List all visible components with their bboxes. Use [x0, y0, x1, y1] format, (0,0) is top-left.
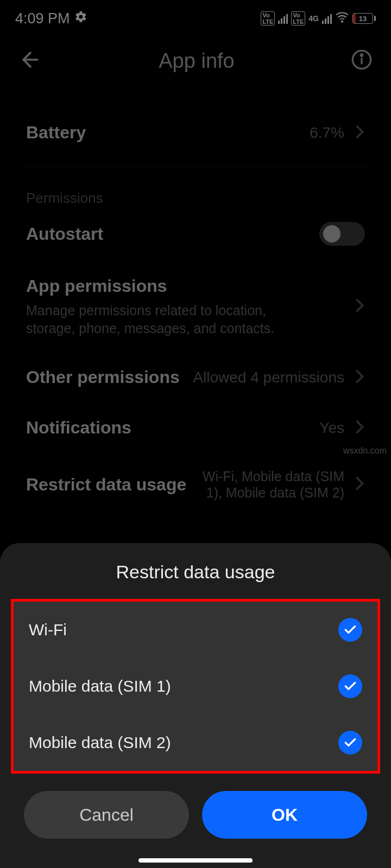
- row-battery[interactable]: Battery 6.7%: [26, 79, 365, 158]
- watermark: wsxdn.com: [343, 446, 387, 456]
- check-icon[interactable]: [338, 674, 362, 698]
- app-header: App info: [0, 31, 391, 79]
- status-right: VoLTE VoLTE 4G 13: [261, 10, 376, 28]
- chevron-right-icon: [354, 419, 365, 437]
- option-label: Wi-Fi: [29, 621, 67, 639]
- notifications-label: Notifications: [26, 418, 131, 438]
- home-indicator[interactable]: [138, 858, 253, 863]
- permissions-section-label: Permissions: [26, 167, 365, 207]
- chevron-right-icon: [354, 297, 365, 316]
- check-icon[interactable]: [338, 731, 362, 755]
- option-label: Mobile data (SIM 2): [29, 733, 171, 752]
- app-permissions-sub: Manage permissions related to location, …: [26, 302, 308, 337]
- row-autostart[interactable]: Autostart: [26, 207, 365, 261]
- signal1-icon: [278, 13, 288, 24]
- chevron-right-icon: [354, 475, 365, 494]
- restrict-value: Wi-Fi, Mobile data (SIM 1), Mobile data …: [187, 468, 344, 501]
- status-left: 4:09 PM: [15, 10, 87, 27]
- svg-point-3: [361, 54, 362, 56]
- volte2-icon: VoLTE: [291, 11, 305, 25]
- info-button[interactable]: [351, 49, 373, 73]
- row-other-permissions[interactable]: Other permissions Allowed 4 permissions: [26, 352, 365, 403]
- dialog-title: Restrict data usage: [0, 561, 391, 599]
- cancel-label: Cancel: [79, 805, 134, 825]
- option-sim2[interactable]: Mobile data (SIM 2): [14, 714, 377, 771]
- restrict-data-dialog: Restrict data usage Wi-Fi Mobile data (S…: [0, 543, 391, 868]
- chevron-right-icon: [354, 124, 365, 142]
- row-notifications[interactable]: Notifications Yes: [26, 403, 365, 453]
- row-restrict-data[interactable]: Restrict data usage Wi-Fi, Mobile data (…: [26, 453, 365, 516]
- chevron-right-icon: [354, 368, 365, 387]
- status-bar: 4:09 PM VoLTE VoLTE 4G 13: [0, 0, 391, 31]
- battery-percent: 13: [353, 15, 373, 23]
- status-time: 4:09 PM: [15, 10, 70, 27]
- option-sim1[interactable]: Mobile data (SIM 1): [14, 658, 377, 714]
- notifications-value: Yes: [319, 419, 344, 437]
- ok-label: OK: [272, 805, 298, 825]
- svg-point-0: [342, 21, 343, 22]
- battery-value: 6.7%: [310, 124, 344, 142]
- restrict-label: Restrict data usage: [26, 475, 186, 495]
- row-app-permissions[interactable]: App permissions Manage permissions relat…: [26, 261, 365, 352]
- option-label: Mobile data (SIM 1): [29, 677, 171, 695]
- battery-icon: 13: [352, 13, 376, 24]
- autostart-label: Autostart: [26, 224, 103, 244]
- ok-button[interactable]: OK: [202, 791, 367, 839]
- page-title: App info: [159, 49, 234, 73]
- back-button[interactable]: [18, 48, 42, 74]
- cancel-button[interactable]: Cancel: [24, 791, 189, 839]
- dialog-buttons: Cancel OK: [0, 774, 391, 839]
- network-type: 4G: [308, 14, 319, 23]
- other-permissions-label: Other permissions: [26, 367, 180, 387]
- autostart-toggle[interactable]: [319, 222, 365, 246]
- option-wifi[interactable]: Wi-Fi: [14, 602, 377, 658]
- dialog-options: Wi-Fi Mobile data (SIM 1) Mobile data (S…: [11, 599, 380, 774]
- app-permissions-label: App permissions: [26, 276, 308, 296]
- battery-label: Battery: [26, 123, 86, 143]
- volte1-icon: VoLTE: [261, 11, 275, 25]
- other-permissions-value: Allowed 4 permissions: [193, 369, 344, 386]
- gear-icon: [74, 10, 87, 27]
- signal2-icon: [322, 13, 332, 24]
- wifi-icon: [335, 10, 349, 28]
- check-icon[interactable]: [338, 618, 362, 642]
